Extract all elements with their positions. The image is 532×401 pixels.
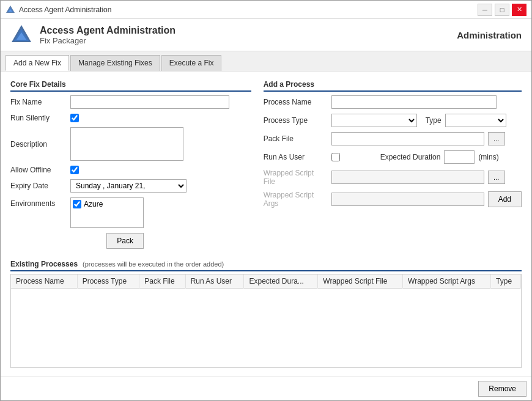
header-subtitle: Fix Packager (40, 36, 175, 45)
allow-offline-checkbox[interactable] (70, 166, 79, 174)
environments-box: Azure (70, 197, 144, 228)
pack-file-row: Pack File ... (264, 132, 522, 145)
run-silently-label: Run Silently (10, 114, 65, 122)
title-bar: Access Agent Administration ─ □ ✕ (1, 1, 531, 19)
tab-execute-fix[interactable]: Execute a Fix (161, 55, 222, 71)
pack-button[interactable]: Pack (106, 233, 144, 249)
core-fix-panel: Core Fix Details Fix Name Run Silently D… (10, 80, 251, 254)
run-as-user-row: Run As User Expected Duration (mins) (264, 150, 522, 164)
col-wrapped-script-args: Wrapped Script Args (403, 274, 491, 289)
app-header: Access Agent Administration Fix Packager… (1, 19, 531, 51)
tab-manage-existing[interactable]: Manage Existing Fixes (70, 55, 160, 71)
close-button[interactable]: ✕ (512, 4, 526, 16)
run-as-user-checkbox[interactable] (331, 153, 340, 161)
expected-duration-input[interactable] (444, 150, 475, 164)
header-section: Administration (457, 30, 522, 40)
allow-offline-label: Allow Offline (10, 166, 65, 174)
wrapped-script-file-browse-button[interactable]: ... (488, 171, 505, 184)
process-name-label: Process Name (264, 98, 328, 106)
core-fix-title: Core Fix Details (10, 80, 251, 92)
col-process-type: Process Type (77, 274, 139, 289)
expiry-date-select[interactable]: Sunday , January 21, (70, 179, 187, 193)
expected-duration-label: Expected Duration (380, 153, 441, 161)
logo-icon (10, 24, 32, 46)
env-azure-checkbox[interactable] (73, 200, 81, 208)
col-pack-file: Pack File (139, 274, 185, 289)
header-title: Access Agent Administration Fix Packager (40, 25, 175, 45)
col-wrapped-script-file: Wrapped Script File (318, 274, 403, 289)
title-controls: ─ □ ✕ (478, 4, 526, 16)
process-type-label: Process Type (264, 116, 328, 125)
col-expected-duration: Expected Dura... (244, 274, 318, 289)
main-window: Access Agent Administration ─ □ ✕ Access… (0, 0, 532, 401)
main-content: Core Fix Details Fix Name Run Silently D… (1, 72, 531, 377)
process-name-input[interactable] (331, 95, 497, 109)
add-process-panel: Add a Process Process Name Process Type … (264, 80, 522, 254)
type-select[interactable] (445, 114, 506, 127)
processes-table-container[interactable]: Process Name Process Type Pack File Run … (10, 274, 522, 368)
table-header-row: Process Name Process Type Pack File Run … (11, 274, 521, 289)
env-azure-item: Azure (73, 200, 141, 208)
run-as-user-label: Run As User (264, 153, 328, 161)
minimize-button[interactable]: ─ (478, 4, 492, 16)
wrapped-script-file-input[interactable] (331, 171, 484, 184)
pack-file-input[interactable] (331, 132, 484, 145)
run-silently-row: Run Silently (10, 114, 251, 122)
process-name-row: Process Name (264, 95, 522, 109)
expiry-date-row: Expiry Date Sunday , January 21, (10, 179, 251, 193)
fix-name-row: Fix Name (10, 95, 251, 109)
run-silently-checkbox[interactable] (70, 114, 79, 122)
wrapped-script-args-row: Wrapped Script Args Add (264, 191, 522, 208)
env-azure-label: Azure (84, 200, 103, 208)
two-panel-section: Core Fix Details Fix Name Run Silently D… (10, 80, 522, 254)
description-row: Description (10, 127, 251, 161)
remove-button[interactable]: Remove (478, 381, 526, 397)
add-process-button[interactable]: Add (488, 191, 522, 207)
tab-add-new-fix[interactable]: Add a New Fix (6, 55, 69, 71)
existing-processes-section: Existing Processes (processes will be ex… (10, 260, 522, 368)
process-type-row: Process Type Script Executable MSI Type (264, 114, 522, 127)
duration-unit-label: (mins) (478, 153, 498, 161)
fix-name-input[interactable] (70, 95, 229, 109)
header-left: Access Agent Administration Fix Packager (10, 24, 175, 46)
col-process-name: Process Name (11, 274, 77, 289)
title-bar-left: Access Agent Administration (6, 5, 111, 15)
maximize-button[interactable]: □ (495, 4, 509, 16)
add-process-title: Add a Process (264, 80, 522, 92)
allow-offline-row: Allow Offline (10, 166, 251, 174)
fix-name-label: Fix Name (10, 98, 65, 106)
existing-processes-subtitle: (processes will be executed in the order… (83, 260, 224, 268)
description-label: Description (10, 140, 65, 149)
header-app-name: Access Agent Administration (40, 25, 175, 36)
environments-row: Environments Azure Pack (10, 197, 251, 249)
processes-table: Process Name Process Type Pack File Run … (11, 274, 521, 289)
col-run-as-user: Run As User (185, 274, 244, 289)
wrapped-script-args-input[interactable] (331, 193, 484, 206)
footer: Remove (1, 377, 531, 400)
existing-processes-title: Existing Processes (processes will be ex… (10, 260, 522, 271)
wrapped-script-file-label: Wrapped Script File (264, 169, 328, 186)
expiry-date-label: Expiry Date (10, 182, 65, 190)
pack-row: Pack (70, 233, 144, 249)
description-textarea[interactable] (70, 127, 183, 161)
wrapped-script-args-label: Wrapped Script Args (264, 191, 328, 208)
environments-label: Environments (10, 199, 65, 208)
col-type: Type (491, 274, 521, 289)
pack-file-label: Pack File (264, 134, 328, 143)
pack-file-browse-button[interactable]: ... (488, 132, 505, 145)
wrapped-script-file-row: Wrapped Script File ... (264, 169, 522, 186)
app-icon (6, 5, 15, 15)
tab-bar: Add a New Fix Manage Existing Fixes Exec… (1, 51, 531, 72)
type-label: Type (426, 116, 441, 125)
process-type-select[interactable]: Script Executable MSI (331, 114, 417, 127)
title-bar-text: Access Agent Administration (19, 6, 111, 14)
